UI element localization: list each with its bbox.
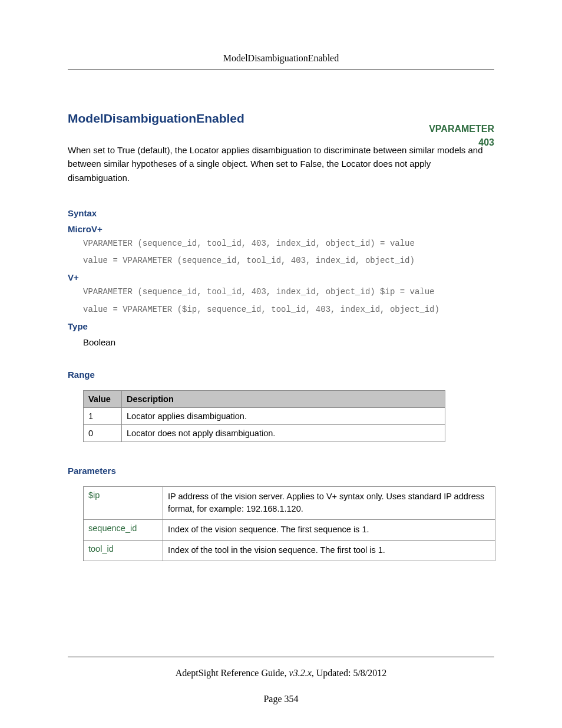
code-microv-1: VPARAMETER (sequence_id, tool_id, 403, i… xyxy=(83,238,494,251)
microv-heading: MicroV+ xyxy=(68,224,494,234)
title-row: ModelDisambiguationEnabled VPARAMETER 40… xyxy=(68,111,494,126)
page-number: Page 354 xyxy=(68,694,494,704)
range-table: Value Description 1 Locator applies disa… xyxy=(83,390,445,442)
table-row: 0 Locator does not apply disambiguation. xyxy=(84,424,445,442)
vparameter-label: VPARAMETER xyxy=(429,122,494,136)
page-footer: AdeptSight Reference Guide, v3.2.x, Upda… xyxy=(68,657,494,704)
vparameter-code: 403 xyxy=(429,136,494,149)
type-value: Boolean xyxy=(83,337,494,347)
footer-guide: AdeptSight Reference Guide xyxy=(176,668,285,678)
running-header: ModelDisambiguationEnabled xyxy=(68,53,494,70)
cell-value: 0 xyxy=(84,424,122,442)
footer-text: AdeptSight Reference Guide, v3.2.x, Upda… xyxy=(68,668,494,678)
range-heading: Range xyxy=(68,370,494,380)
col-description: Description xyxy=(122,390,445,407)
cell-value: 1 xyxy=(84,407,122,424)
col-value: Value xyxy=(84,390,122,407)
footer-rule xyxy=(68,657,494,657)
param-desc: Index of the tool in the vision sequence… xyxy=(163,540,495,561)
table-header-row: Value Description xyxy=(84,390,445,407)
parameters-heading: Parameters xyxy=(68,466,494,476)
param-desc: Index of the vision sequence. The first … xyxy=(163,520,495,541)
cell-desc: Locator applies disambiguation. xyxy=(122,407,445,424)
vplus-heading: V+ xyxy=(68,272,494,282)
vparameter-badge: VPARAMETER 403 xyxy=(429,122,494,149)
code-microv-2: value = VPARAMETER (sequence_id, tool_id… xyxy=(83,255,494,268)
table-row: tool_id Index of the tool in the vision … xyxy=(84,540,495,561)
code-vplus-1: VPARAMETER (sequence_id, tool_id, 403, i… xyxy=(83,286,494,299)
footer-version: , v3.2.x xyxy=(285,668,312,678)
param-desc: IP address of the vision server. Applies… xyxy=(163,486,495,520)
table-row: 1 Locator applies disambiguation. xyxy=(84,407,445,424)
code-vplus-2: value = VPARAMETER ($ip, sequence_id, to… xyxy=(83,304,494,317)
param-name: sequence_id xyxy=(84,520,163,541)
intro-paragraph: When set to True (default), the Locator … xyxy=(68,143,494,185)
param-name: tool_id xyxy=(84,540,163,561)
syntax-heading: Syntax xyxy=(68,208,494,218)
table-row: sequence_id Index of the vision sequence… xyxy=(84,520,495,541)
cell-desc: Locator does not apply disambiguation. xyxy=(122,424,445,442)
parameters-table: $ip IP address of the vision server. App… xyxy=(83,486,495,561)
type-heading: Type xyxy=(68,321,494,331)
table-row: $ip IP address of the vision server. App… xyxy=(84,486,495,520)
param-name: $ip xyxy=(84,486,163,520)
footer-updated: , Updated: 5/8/2012 xyxy=(312,668,387,678)
